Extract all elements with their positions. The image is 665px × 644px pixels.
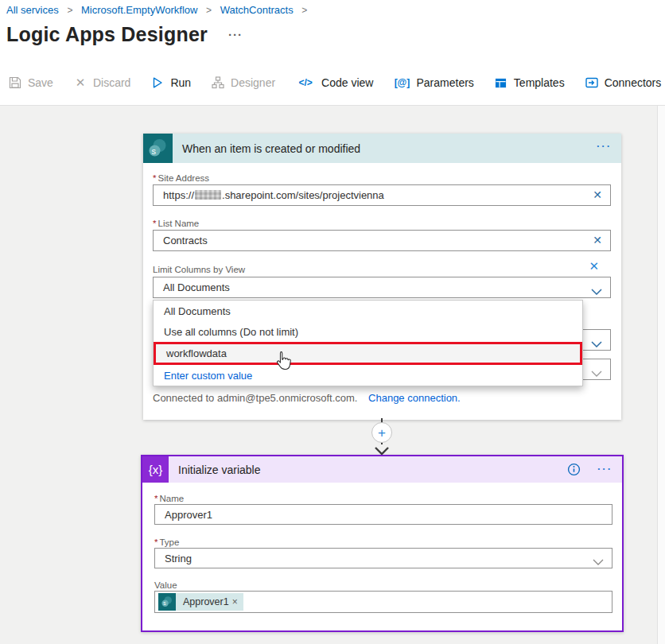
breadcrumb: All services > Microsoft.EmptyWorkflow >… — [6, 4, 313, 16]
code-view-label: Code view — [321, 76, 373, 89]
dropdown-option-use-all-columns[interactable]: Use all columns (Do not limit) — [154, 321, 582, 342]
clear-site-address-icon[interactable]: ✕ — [593, 188, 602, 201]
chevron-down-icon — [591, 338, 602, 350]
run-icon — [150, 76, 165, 90]
action-menu-button[interactable]: ··· — [597, 463, 612, 475]
variable-icon: {x} — [142, 456, 169, 483]
discard-label: Discard — [93, 76, 130, 89]
step-connector: + — [361, 418, 402, 455]
run-label: Run — [170, 76, 191, 89]
breadcrumb-watchcontracts[interactable]: WatchContracts — [220, 4, 294, 16]
variable-value-input[interactable]: s Approver1 × — [154, 591, 612, 613]
designer-canvas: s When an item is created or modified ··… — [0, 106, 665, 644]
trigger-card-header[interactable]: s When an item is created or modified ··… — [143, 134, 621, 163]
page-title: Logic Apps Designer — [6, 23, 208, 46]
breadcrumb-separator: > — [67, 5, 72, 16]
site-address-label: Site Address — [153, 173, 209, 183]
breadcrumb-empty-workflow[interactable]: Microsoft.EmptyWorkflow — [81, 4, 197, 16]
token-label: Approver1 — [176, 596, 232, 607]
action-card-header[interactable]: {x} Initialize variable ··· — [142, 456, 622, 483]
dynamic-content-token[interactable]: s Approver1 × — [158, 593, 243, 611]
discard-icon: ✕ — [73, 76, 88, 90]
insert-step-button[interactable]: + — [371, 422, 392, 443]
templates-button[interactable]: Templates — [494, 76, 565, 90]
trigger-title: When an item is created or modified — [182, 142, 360, 155]
dropdown-option-all-documents[interactable]: All Documents — [154, 301, 582, 321]
clear-limit-columns-icon[interactable]: ✕ — [589, 259, 599, 274]
connectors-icon — [585, 76, 599, 90]
connected-to-text: Connected to admin@tpe5.onmicrosoft.com. — [153, 392, 357, 404]
limit-columns-selected-value: All Documents — [163, 281, 230, 293]
save-label: Save — [28, 76, 53, 89]
parameters-icon: [@] — [393, 76, 410, 90]
trigger-card-when-item-created-or-modified: s When an item is created or modified ··… — [143, 134, 621, 420]
templates-label: Templates — [514, 76, 565, 89]
dropdown-option-enter-custom-value[interactable]: Enter custom value — [154, 365, 582, 386]
save-button[interactable]: Save — [8, 76, 53, 90]
limit-columns-dropdown-list: All Documents Use all columns (Do not li… — [153, 300, 583, 386]
variable-name-label: Name — [154, 494, 184, 503]
page-title-overflow-menu[interactable]: ··· — [228, 28, 243, 41]
limit-columns-select[interactable]: All Documents — [153, 277, 611, 298]
limit-columns-label: Limit Columns by View — [153, 265, 245, 274]
info-circle-icon[interactable] — [567, 463, 581, 479]
parameters-label: Parameters — [416, 76, 473, 89]
list-name-label: List Name — [153, 219, 199, 228]
variable-type-select[interactable]: String — [154, 548, 612, 568]
save-icon — [8, 76, 22, 90]
connectors-button[interactable]: Connectors — [585, 76, 662, 90]
chevron-down-icon — [591, 285, 602, 297]
variable-type-value: String — [165, 553, 192, 564]
code-view-button[interactable]: </> Code view — [295, 76, 373, 90]
sharepoint-icon: s — [143, 134, 173, 163]
action-card-initialize-variable: {x} Initialize variable ··· Name Approve… — [141, 455, 624, 632]
sharepoint-icon: s — [158, 593, 176, 611]
connection-status: Connected to admin@tpe5.onmicrosoft.com.… — [153, 392, 461, 404]
designer-label: Designer — [231, 76, 275, 89]
chevron-down-icon — [591, 367, 602, 379]
variable-value-label: Value — [154, 580, 177, 590]
designer-icon — [211, 76, 225, 90]
workflowdata-option-label: workflowdata — [166, 347, 227, 359]
action-title: Initialize variable — [178, 464, 261, 476]
site-address-value: https://.sharepoint.com/sites/projectvie… — [163, 189, 384, 201]
command-bar: Save ✕ Discard Run Designer </> Code vie… — [8, 70, 665, 95]
trigger-menu-button[interactable]: ··· — [597, 140, 612, 152]
logic-apps-designer-page: All services > Microsoft.EmptyWorkflow >… — [0, 0, 665, 644]
scrollbar-track[interactable] — [657, 106, 665, 644]
templates-icon — [494, 76, 508, 90]
clear-list-name-icon[interactable]: ✕ — [593, 234, 602, 246]
connectors-label: Connectors — [605, 76, 662, 89]
variable-type-label: Type — [154, 537, 179, 547]
chevron-down-icon — [593, 556, 604, 568]
parameters-button[interactable]: [@] Parameters — [393, 76, 473, 90]
redacted-tenant-segment — [195, 190, 221, 200]
svg-text:s: s — [152, 146, 157, 156]
variable-name-input[interactable]: Approver1 — [154, 504, 612, 525]
list-name-input[interactable]: Contracts ✕ — [153, 230, 611, 251]
breadcrumb-all-services[interactable]: All services — [6, 4, 59, 16]
breadcrumb-separator: > — [301, 5, 307, 16]
breadcrumb-separator: > — [206, 5, 212, 16]
change-connection-link[interactable]: Change connection. — [368, 392, 461, 404]
variable-name-value: Approver1 — [165, 509, 212, 521]
site-address-input[interactable]: https://.sharepoint.com/sites/projectvie… — [153, 184, 611, 206]
discard-button[interactable]: ✕ Discard — [73, 76, 130, 90]
plus-icon: + — [378, 426, 386, 440]
run-button[interactable]: Run — [150, 76, 191, 90]
list-name-value: Contracts — [163, 235, 208, 246]
dropdown-option-workflowdata[interactable]: workflowdata — [154, 342, 582, 365]
designer-button[interactable]: Designer — [211, 76, 275, 90]
remove-token-icon[interactable]: × — [232, 596, 243, 607]
code-view-icon: </> — [295, 76, 316, 90]
